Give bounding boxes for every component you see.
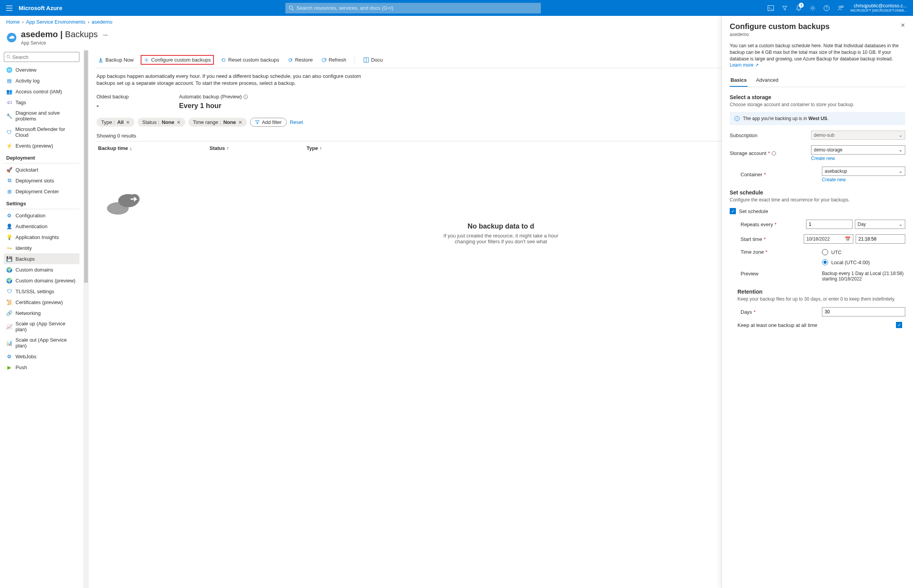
sidebar-item-identity[interactable]: 🗝Identity <box>4 242 79 253</box>
breadcrumb-home[interactable]: Home <box>6 19 20 25</box>
timezone-utc-radio[interactable]: UTC <box>822 249 905 255</box>
configure-backups-button[interactable]: Configure custom backups <box>141 55 214 65</box>
feedback-button[interactable] <box>834 0 847 16</box>
filter-button[interactable] <box>778 0 791 16</box>
create-container-link[interactable]: Create new <box>822 177 905 182</box>
schedule-heading: Set schedule <box>730 189 905 196</box>
sidebar-search[interactable] <box>4 52 79 62</box>
sidebar-item-tags[interactable]: 🏷Tags <box>4 97 79 108</box>
keep-one-backup-row[interactable]: Keep at least one backup at all time ✓ <box>737 322 905 328</box>
svg-rect-2 <box>768 5 774 10</box>
keep-one-backup-checkbox[interactable]: ✓ <box>896 322 902 328</box>
sidebar-item-defender[interactable]: 🛡Microsoft Defender for Cloud <box>4 124 79 140</box>
sidebar-item-app-insights[interactable]: 💡Application Insights <box>4 232 79 242</box>
backup-now-button[interactable]: Backup Now <box>96 56 135 64</box>
repeats-value-input[interactable] <box>806 220 853 229</box>
sidebar-item-networking[interactable]: 🔗Networking <box>4 308 79 318</box>
chevron-down-icon: ⌄ <box>899 168 903 174</box>
close-panel-button[interactable]: ✕ <box>901 22 905 28</box>
sidebar-item-quickstart[interactable]: 🚀Quickstart <box>4 164 79 175</box>
timezone-local-radio[interactable]: Local (UTC-4:00) <box>822 259 905 265</box>
wrench-icon: 🔧 <box>6 113 12 119</box>
create-storage-link[interactable]: Create new <box>811 156 905 161</box>
cloud-upload-icon <box>104 186 143 217</box>
sidebar-item-access-control[interactable]: 👥Access control (IAM) <box>4 86 79 97</box>
schedule-desc: Configure the exact time and recurrence … <box>730 197 905 203</box>
account-switcher[interactable]: chrisqpublic@contoso.c... MICROSOFT (MIC… <box>850 3 910 13</box>
restore-button[interactable]: Restore <box>286 56 314 64</box>
filter-status[interactable]: Status : None✕ <box>138 118 185 127</box>
learn-more-link[interactable]: Learn more ↗ <box>730 62 759 68</box>
sidebar-scrollbar[interactable] <box>83 50 89 588</box>
shield-icon: 🛡 <box>6 129 12 135</box>
log-icon: ▤ <box>6 77 12 84</box>
set-schedule-checkbox-row[interactable]: ✓ Set schedule <box>730 208 905 214</box>
repeats-unit-select[interactable]: Day⌄ <box>855 220 905 229</box>
retention-days-input[interactable] <box>822 307 905 316</box>
info-icon[interactable]: i <box>243 95 248 99</box>
filter-timerange[interactable]: Time range : None✕ <box>188 118 247 127</box>
insights-icon: 💡 <box>6 234 12 240</box>
sidebar-item-authentication[interactable]: 👤Authentication <box>4 221 79 232</box>
tab-basics[interactable]: Basics <box>730 74 748 87</box>
set-schedule-checkbox[interactable]: ✓ <box>730 208 736 214</box>
settings-button[interactable] <box>806 0 819 16</box>
breadcrumb-resource[interactable]: asedemo <box>92 19 112 25</box>
storage-account-select[interactable]: demo-storage⌄ <box>811 145 905 155</box>
sidebar-item-overview[interactable]: 🌐Overview <box>4 64 79 75</box>
sidebar-item-events[interactable]: ⚡Events (preview) <box>4 140 79 151</box>
sidebar-item-custom-domains-preview[interactable]: 🌍Custom domains (preview) <box>4 275 79 286</box>
sidebar-item-configuration[interactable]: ⚙Configuration <box>4 210 79 221</box>
filter-type[interactable]: Type : All✕ <box>96 118 134 127</box>
container-select[interactable]: asebackup⌄ <box>822 167 905 176</box>
sidebar-item-webjobs[interactable]: ⚙WebJobs <box>4 351 79 362</box>
col-status[interactable]: Status ↑ <box>210 145 229 151</box>
help-button[interactable] <box>820 0 833 16</box>
scale-out-icon: 📊 <box>6 340 12 346</box>
sidebar-item-custom-domains[interactable]: 🌍Custom domains <box>4 264 79 275</box>
sidebar-group-settings: Settings <box>4 197 79 208</box>
resource-sidebar: « 🌐Overview ▤Activity log 👥Access contro… <box>0 50 83 588</box>
global-search[interactable] <box>285 3 541 14</box>
cloud-shell-button[interactable] <box>764 0 777 16</box>
breadcrumb-ase[interactable]: App Service Environments <box>26 19 85 25</box>
global-search-input[interactable] <box>296 5 537 11</box>
col-type[interactable]: Type ↑ <box>307 145 322 151</box>
sidebar-item-push[interactable]: ▶Push <box>4 362 79 373</box>
sidebar-item-deployment-slots[interactable]: ⧉Deployment slots <box>4 175 79 186</box>
sidebar-item-scale-up[interactable]: 📈Scale up (App Service plan) <box>4 318 79 335</box>
clear-filter-icon[interactable]: ✕ <box>126 120 130 125</box>
chevron-down-icon: ⌄ <box>899 132 903 138</box>
more-menu[interactable]: ··· <box>103 32 108 38</box>
documentation-button[interactable]: Docu <box>362 56 384 64</box>
refresh-button[interactable]: Refresh <box>320 56 348 64</box>
reset-backups-button[interactable]: Reset custom backups <box>219 56 281 64</box>
sidebar-item-certificates[interactable]: 📜Certificates (preview) <box>4 297 79 308</box>
sidebar-item-tls-ssl[interactable]: 🛡TLS/SSL settings <box>4 286 79 297</box>
col-backup-time[interactable]: Backup time ↓ <box>98 145 132 151</box>
tab-advanced[interactable]: Advanced <box>755 74 779 87</box>
sidebar-item-activity-log[interactable]: ▤Activity log <box>4 75 79 86</box>
add-filter-button[interactable]: Add filter <box>250 118 287 127</box>
notifications-button[interactable]: 1 <box>792 0 805 16</box>
info-icon[interactable] <box>772 151 776 156</box>
sidebar-item-scale-out[interactable]: 📊Scale out (App Service plan) <box>4 335 79 351</box>
clear-filter-icon[interactable]: ✕ <box>238 120 242 125</box>
set-schedule-label: Set schedule <box>739 208 768 214</box>
sidebar-item-deployment-center[interactable]: ⊞Deployment Center <box>4 186 79 197</box>
start-time-input[interactable] <box>856 234 905 244</box>
sidebar-search-input[interactable] <box>12 54 77 60</box>
slots-icon: ⧉ <box>6 177 12 184</box>
hamburger-menu-button[interactable] <box>3 2 16 14</box>
notification-badge: 1 <box>799 3 804 8</box>
empty-desc-2: changing your filters if you don't see w… <box>420 239 582 244</box>
days-label: Days * <box>741 309 822 315</box>
clear-filter-icon[interactable]: ✕ <box>177 120 181 125</box>
reset-filters-link[interactable]: Reset <box>290 119 303 125</box>
sidebar-item-backups[interactable]: 💾Backups <box>4 253 79 264</box>
storage-desc: Choose storage account and container to … <box>730 102 905 107</box>
refresh-icon <box>321 57 327 63</box>
start-date-input[interactable]: 10/18/2022📅 <box>804 234 853 244</box>
sidebar-item-diagnose[interactable]: 🔧Diagnose and solve problems <box>4 108 79 124</box>
svg-point-3 <box>812 7 814 9</box>
